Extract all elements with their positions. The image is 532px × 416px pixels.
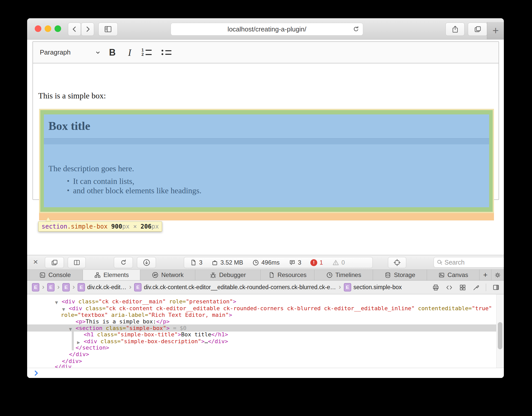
breadcrumb-separator-icon: › (73, 283, 75, 291)
dom-tree-node[interactable]: <p>This is a simple box:</p> (76, 318, 170, 325)
paint-flashing-icon[interactable] (472, 284, 480, 291)
tab-canvas[interactable]: Canvas (427, 270, 480, 280)
new-tab-button[interactable]: + (487, 22, 504, 39)
tab-debugger[interactable]: Debugger (195, 270, 261, 280)
tab-overview-button[interactable] (468, 23, 487, 36)
editor-toolbar: Paragraph B I 1 2 (33, 42, 499, 63)
breadcrumb-label: div.ck.ck-content.ck-editor__editable.ck… (144, 284, 336, 291)
show-source-icon[interactable] (446, 284, 453, 291)
list-item-text: and other block elements like headings. (73, 186, 202, 195)
grid-overlay-icon[interactable] (459, 284, 466, 291)
print-styles-icon[interactable] (432, 284, 439, 291)
breadcrumb-label: section.simple-box (353, 284, 402, 291)
element-picker-button[interactable] (388, 257, 406, 268)
zoom-window-button[interactable] (55, 25, 61, 32)
disclosure-open-icon[interactable]: ▼ (69, 326, 72, 333)
tab-resources[interactable]: Resources (261, 270, 314, 280)
dom-tree-node[interactable]: </div> (69, 351, 89, 358)
list-item[interactable]: • and other block elements like headings… (73, 186, 202, 195)
highlight-content-description (44, 144, 489, 207)
paragraph-dropdown-chevron[interactable] (95, 42, 101, 63)
element-size-tooltip: section.simple-box 900px × 206px (38, 221, 162, 232)
italic-button[interactable]: I (128, 42, 131, 63)
breadcrumb-item[interactable]: Ediv.ck.ck-edit… (78, 283, 126, 291)
forward-button[interactable] (81, 23, 94, 36)
scrollbar-thumb[interactable] (498, 322, 502, 349)
address-bar[interactable]: localhost/creating-a-plugin/ (171, 23, 363, 36)
tab-storage[interactable]: Storage (373, 270, 427, 280)
bold-button[interactable]: B (109, 42, 116, 63)
share-button[interactable] (446, 23, 465, 36)
intro-paragraph[interactable]: This is a simple box: (38, 91, 106, 100)
inspector-settings-button[interactable] (491, 270, 504, 280)
detach-icon (51, 259, 58, 266)
search-placeholder: Search (445, 259, 465, 266)
back-button[interactable] (68, 23, 81, 36)
detach-inspector-button[interactable] (45, 257, 64, 268)
crosshair-icon (393, 258, 401, 267)
dom-tree-node[interactable]: <div class="ck ck-content ck-editor__edi… (69, 305, 492, 312)
download-web-archive-button[interactable] (137, 257, 156, 268)
paragraph-dropdown[interactable]: Paragraph (40, 42, 70, 63)
breadcrumb-item[interactable]: E (62, 283, 70, 291)
weight-icon (211, 259, 218, 266)
tab-timelines[interactable]: Timelines (314, 270, 373, 280)
warning-count-stat: 0 (332, 259, 345, 266)
list-item[interactable]: • It can contain lists, (73, 177, 134, 186)
element-badge: E (47, 283, 55, 291)
numbered-list-button[interactable]: 1 2 (141, 42, 152, 63)
chevron-left-icon (71, 25, 78, 33)
minimize-window-button[interactable] (45, 25, 51, 32)
details-sidebar-icon[interactable] (492, 284, 500, 291)
close-inspector-button[interactable]: × (33, 257, 38, 267)
inspector-search-field[interactable]: Search (434, 257, 504, 268)
dom-tree-node[interactable]: <div class="ck ck-editor__main" role="pr… (62, 298, 236, 305)
list-item-text: It can contain lists, (73, 177, 134, 186)
tooltip-height: 206 (140, 223, 151, 230)
highlight-content-title (44, 114, 489, 138)
add-inspector-tab-button[interactable]: + (480, 270, 491, 280)
storage-icon (384, 272, 391, 279)
disclosure-open-icon[interactable]: ▼ (55, 299, 58, 306)
clock-icon (252, 259, 259, 266)
dom-tree-node[interactable]: <h1 class="simple-box-title">Box title</… (84, 331, 228, 338)
box-description[interactable]: The description goes here. (48, 164, 134, 173)
tab-elements[interactable]: Elements (83, 270, 140, 280)
tab-console[interactable]: Console (27, 270, 83, 280)
dom-tree-node[interactable]: role="textbox" aria-label="Rich Text Edi… (61, 312, 232, 318)
dom-tree-view[interactable]: ▼<div class="ck ck-editor__main" role="p… (27, 294, 504, 368)
italic-icon: I (128, 47, 131, 58)
console-prompt[interactable] (27, 368, 504, 378)
dom-tree-node[interactable]: </div (55, 363, 72, 368)
chevron-right-icon (84, 25, 92, 33)
dom-tree-node[interactable]: <div class="simple-box-description">…</d… (84, 338, 228, 345)
dock-side-button[interactable] (68, 257, 86, 268)
breadcrumb-separator-icon: › (57, 283, 60, 291)
reload-icon[interactable] (352, 25, 360, 33)
speech-bubble-icon (289, 259, 296, 266)
page-stats-group[interactable]: 3 3.52 MB 496ms 3 ! (184, 257, 373, 268)
document-icon (190, 259, 197, 266)
element-badge: E (344, 283, 351, 291)
tabs-icon (474, 25, 482, 33)
tab-network[interactable]: Network (140, 270, 195, 280)
code-scrollbar[interactable] (496, 294, 504, 368)
breadcrumb-item[interactable]: E (47, 283, 55, 291)
dom-tree-node-selected[interactable]: <section class="simple-box"> = $0 (76, 325, 186, 332)
warning-triangle-icon (332, 259, 339, 266)
split-view-icon (73, 259, 81, 266)
breadcrumb-item[interactable]: E (32, 283, 39, 291)
reload-page-button[interactable] (114, 257, 133, 268)
sidebar-toggle-button[interactable] (98, 23, 118, 36)
box-title-heading[interactable]: Box title (48, 119, 90, 133)
breadcrumb-separator-icon: › (129, 283, 131, 291)
browser-titlebar: localhost/creating-a-plugin/ + (27, 18, 504, 40)
breadcrumb-item[interactable]: Esection.simple-box (344, 283, 402, 291)
breadcrumb-item[interactable]: Ediv.ck.ck-content.ck-editor__editable.c… (134, 283, 336, 291)
bulleted-list-button[interactable] (161, 42, 171, 63)
url-text: localhost/creating-a-plugin/ (227, 25, 306, 33)
error-icon: ! (310, 259, 317, 266)
resources-icon (268, 272, 275, 278)
close-window-button[interactable] (35, 25, 41, 32)
dom-tree-node[interactable]: </section> (76, 344, 109, 351)
